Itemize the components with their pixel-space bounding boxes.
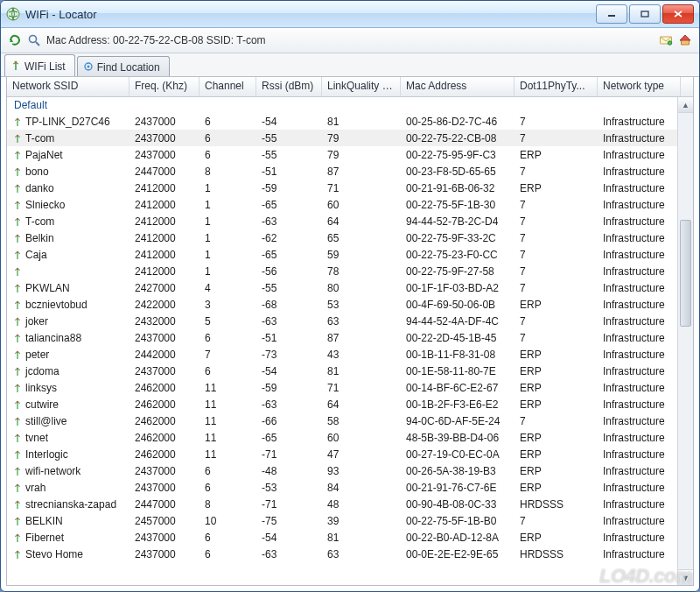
minimize-button[interactable] (596, 4, 627, 24)
cell-nettype: Infrastructure (598, 166, 681, 178)
table-row[interactable]: strecnianska-zapad24470008-714800-90-4B-… (7, 496, 693, 512)
col-mac[interactable]: Mac Address (401, 77, 514, 96)
table-row[interactable]: T-com24120001-636494-44-52-7B-2C-D47Infr… (7, 213, 693, 229)
table-row[interactable]: T-com24370006-557900-22-75-22-CB-087Infr… (7, 130, 693, 146)
cell-ssid (7, 267, 130, 276)
col-nettype[interactable]: Network type (598, 77, 681, 96)
cell-linkquality: 78 (322, 265, 401, 278)
cell-channel: 11 (200, 398, 256, 411)
cell-mac: 00-1B-2F-F3-E6-E2 (401, 398, 514, 411)
table-row[interactable]: still@live246200011-665894-0C-6D-AF-5E-2… (7, 412, 693, 429)
cell-mac: 00-26-5A-38-19-B3 (401, 465, 514, 477)
titlebar[interactable]: WIFi - Locator (1, 1, 699, 28)
cell-nettype: Infrastructure (598, 532, 681, 544)
list-body[interactable]: Default TP-LINK_D27C4624370006-548100-25… (7, 97, 693, 585)
cell-linkquality: 79 (322, 132, 401, 144)
cell-freq: 2412000 (130, 215, 200, 228)
cell-nettype: Infrastructure (598, 282, 681, 294)
cell-phytype: ERP (514, 149, 598, 161)
cell-linkquality: 84 (322, 482, 401, 494)
cell-rssi: -63 (256, 215, 322, 228)
table-row[interactable]: PajaNet24370006-557900-22-75-95-9F-C3ERP… (7, 146, 693, 163)
cell-rssi: -54 (256, 365, 322, 377)
cell-nettype: Infrastructure (598, 432, 681, 444)
cell-ssid: Caja (7, 249, 130, 261)
cell-linkquality: 63 (322, 548, 401, 560)
cell-mac: 00-22-75-5F-1B-B0 (401, 515, 514, 527)
scroll-down-arrow[interactable]: ▼ (678, 569, 693, 585)
table-row[interactable]: jcdoma24370006-548100-1E-58-11-80-7EERPI… (7, 363, 693, 379)
cell-linkquality: 79 (322, 149, 401, 161)
cell-freq: 2432000 (130, 315, 200, 328)
svg-rect-2 (641, 11, 648, 17)
col-channel[interactable]: Channel (200, 77, 256, 96)
table-row[interactable]: linksys246200011-597100-14-BF-6C-E2-67ER… (7, 379, 693, 396)
cell-rssi: -65 (256, 432, 322, 444)
table-row[interactable]: PKWLAN24270004-558000-1F-1F-03-BD-A27Inf… (7, 279, 693, 296)
cell-freq: 2437000 (130, 548, 200, 560)
cell-linkquality: 65 (322, 232, 401, 244)
cell-freq: 2412000 (130, 182, 200, 194)
cell-ssid: BELKIN (7, 515, 130, 527)
col-rssi[interactable]: Rssi (dBm) (256, 77, 322, 96)
table-row[interactable]: bono24470008-518700-23-F8-5D-65-657Infra… (7, 163, 693, 180)
cell-linkquality: 58 (322, 415, 401, 427)
table-row[interactable]: Interlogic246200011-714700-27-19-C0-EC-0… (7, 446, 693, 462)
cell-nettype: Infrastructure (598, 515, 681, 527)
cell-ssid: PajaNet (7, 149, 130, 161)
cell-ssid: Belkin (7, 232, 130, 244)
scroll-up-arrow[interactable]: ▲ (678, 97, 693, 113)
table-row[interactable]: danko24120001-597100-21-91-6B-06-32ERPIn… (7, 180, 693, 196)
cell-nettype: Infrastructure (598, 398, 681, 411)
cell-freq: 2437000 (130, 532, 200, 544)
cell-nettype: Infrastructure (598, 482, 681, 494)
tabs: WIFi List Find Location (1, 53, 699, 77)
table-row[interactable]: taliancina8824370006-518700-22-2D-45-1B-… (7, 329, 693, 346)
cell-freq: 2412000 (130, 265, 200, 278)
close-button[interactable] (662, 4, 694, 24)
table-row[interactable]: cutwire246200011-636400-1B-2F-F3-E6-E2ER… (7, 396, 693, 412)
col-linkquality[interactable]: LinkQuality (%) (322, 77, 401, 96)
cell-nettype: Infrastructure (598, 349, 681, 361)
cell-rssi: -63 (256, 315, 322, 328)
cell-phytype: HRDSSS (514, 498, 598, 511)
table-row[interactable]: Caja24120001-655900-22-75-23-F0-CC7Infra… (7, 246, 693, 263)
table-row[interactable]: Fibernet24370006-548100-22-B0-AD-12-8AER… (7, 529, 693, 546)
cell-linkquality: 63 (322, 315, 401, 328)
cell-channel: 6 (200, 548, 256, 560)
window-title: WIFi - Locator (25, 8, 596, 21)
table-row[interactable]: wifi-network24370006-489300-26-5A-38-19-… (7, 462, 693, 479)
cell-channel: 1 (200, 249, 256, 261)
magnifier-icon[interactable] (27, 33, 41, 47)
scroll-thumb[interactable] (680, 220, 691, 327)
cell-ssid: bono (7, 166, 130, 178)
envelope-icon[interactable] (659, 33, 673, 47)
table-row[interactable]: Slniecko24120001-656000-22-75-5F-1B-307I… (7, 196, 693, 213)
scrollbar[interactable]: ▲ ▼ (677, 97, 693, 585)
table-row[interactable]: TP-LINK_D27C4624370006-548100-25-86-D2-7… (7, 113, 693, 130)
tab-wifi-list[interactable]: WIFi List (4, 54, 75, 76)
table-row[interactable]: tvnet246200011-656048-5B-39-BB-D4-06ERPI… (7, 429, 693, 446)
table-row[interactable]: bcznievtobud24220003-685300-4F-69-50-06-… (7, 296, 693, 313)
col-freq[interactable]: Freq. (Khz) (130, 77, 200, 96)
table-row[interactable]: BELKIN245700010-753900-22-75-5F-1B-B07In… (7, 512, 693, 529)
maximize-button[interactable] (629, 4, 661, 24)
cell-channel: 5 (200, 315, 256, 328)
cell-mac: 00-1E-58-11-80-7E (401, 365, 514, 377)
refresh-icon[interactable] (8, 33, 22, 47)
cell-phytype: 7 (514, 249, 598, 261)
table-row[interactable]: Belkin24120001-626500-22-75-9F-33-2C7Inf… (7, 229, 693, 246)
cell-nettype: Infrastructure (598, 332, 681, 344)
tab-find-location[interactable]: Find Location (77, 56, 170, 76)
cell-nettype: Infrastructure (598, 382, 681, 394)
table-row[interactable]: vrah24370006-538400-21-91-76-C7-6EERPInf… (7, 479, 693, 496)
table-row[interactable]: peter24420007-734300-1B-11-F8-31-08ERPIn… (7, 346, 693, 363)
home-icon[interactable] (678, 33, 692, 47)
cell-mac: 00-1B-11-F8-31-08 (401, 349, 514, 361)
table-row[interactable]: 24120001-567800-22-75-9F-27-587Infrastru… (7, 263, 693, 279)
col-phytype[interactable]: Dot11PhyTy... (514, 77, 598, 96)
table-row[interactable]: joker24320005-636394-44-52-4A-DF-4C7Infr… (7, 313, 693, 329)
cell-nettype: Infrastructure (598, 199, 681, 211)
table-row[interactable]: Stevo Home24370006-636300-0E-2E-E2-9E-65… (7, 546, 693, 562)
col-ssid[interactable]: Network SSID (7, 77, 130, 96)
